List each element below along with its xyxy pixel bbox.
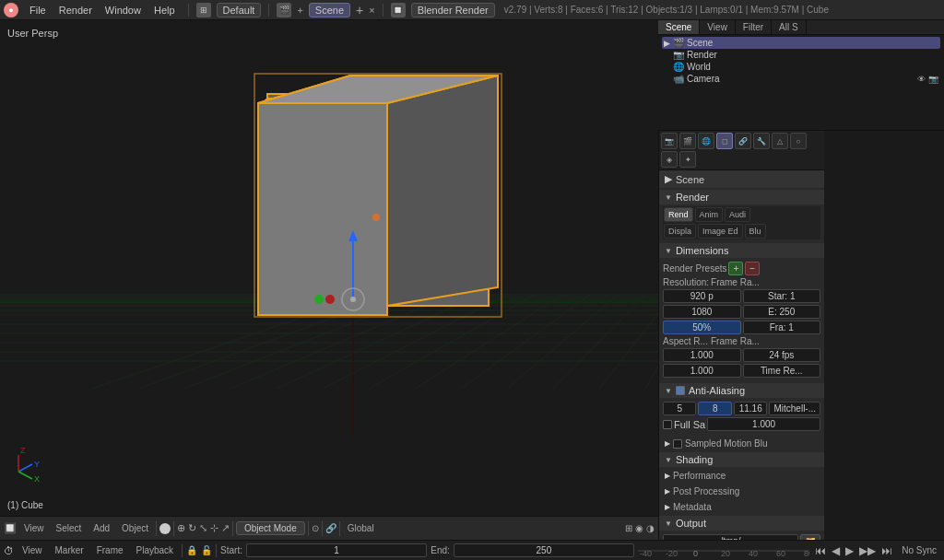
menu-window[interactable]: Window — [100, 3, 147, 18]
frame-end[interactable]: E: 250 — [743, 305, 821, 319]
menu-render[interactable]: Render — [53, 3, 98, 18]
view-menu-button[interactable]: View — [19, 522, 49, 534]
play-start-button[interactable]: ⏮ — [813, 543, 828, 558]
resolution-height[interactable]: 1080 — [663, 305, 741, 319]
move-icon[interactable]: ↗ — [221, 522, 230, 534]
prop-tab-material[interactable]: ○ — [790, 133, 807, 149]
preset-remove-button[interactable]: − — [745, 262, 760, 275]
tab-all[interactable]: All S — [772, 20, 807, 34]
shading-circle[interactable] — [159, 523, 171, 534]
fps-value[interactable]: 24 fps — [743, 348, 821, 362]
next-frame-button[interactable]: ▶▶ — [857, 543, 878, 558]
viewport-shading-icon[interactable]: ◑ — [646, 523, 655, 533]
render-tab-displa[interactable]: Displa — [664, 224, 696, 239]
prop-tab-world[interactable]: 🌐 — [698, 133, 714, 149]
render-tab-blu[interactable]: Blu — [745, 224, 766, 239]
pivot-icon[interactable]: ⊙ — [312, 523, 319, 533]
scene-label-icon: + — [297, 5, 302, 16]
render-section-header[interactable]: Render — [659, 190, 824, 204]
tree-item-render[interactable]: 📷 Render — [671, 49, 940, 61]
tab-scene[interactable]: Scene — [658, 20, 700, 34]
prop-tab-scene[interactable]: 🎬 — [679, 133, 696, 149]
object-mode-select[interactable]: Object Mode — [236, 521, 305, 535]
render-tab-audi[interactable]: Audi — [725, 207, 750, 222]
aa-val1[interactable]: 5 — [663, 402, 696, 415]
add-menu-button[interactable]: Add — [88, 522, 114, 534]
snap-icon[interactable]: 🔗 — [325, 523, 336, 533]
performance-header[interactable]: ▶ Performance — [659, 469, 824, 483]
camera-visibility-icon[interactable]: 👁 — [917, 75, 926, 84]
rotate-icon[interactable]: ↻ — [188, 522, 196, 534]
aa-section-header[interactable]: Anti-Aliasing — [659, 383, 824, 398]
timeline-view-btn[interactable]: View — [18, 544, 47, 556]
prop-tab-object[interactable]: ◻ — [716, 133, 733, 149]
tree-item-camera[interactable]: 📹 Camera 👁 📷 — [671, 73, 940, 85]
prop-tab-constraints[interactable]: 🔗 — [735, 133, 751, 149]
select-menu-button[interactable]: Select — [52, 522, 87, 534]
prev-frame-button[interactable]: ◀ — [830, 543, 842, 558]
fullsa-checkbox[interactable] — [663, 420, 672, 429]
render-tab-rend[interactable]: Rend — [664, 207, 693, 222]
aa-val3[interactable]: 11.16 — [734, 402, 767, 415]
render-engine-icon: 🔲 — [391, 3, 406, 18]
aspect-x[interactable]: 1.000 — [663, 348, 741, 362]
resolution-percent[interactable]: 50% — [663, 321, 741, 334]
resolution-width[interactable]: 920 p — [663, 289, 741, 303]
menu-help[interactable]: Help — [148, 3, 181, 18]
metadata-header[interactable]: ▶ Metadata — [659, 500, 824, 514]
viewport-overlay-icon[interactable]: ◉ — [635, 523, 643, 533]
tab-filter[interactable]: Filter — [736, 20, 772, 34]
transform-icon[interactable]: ⊕ — [177, 522, 185, 534]
prop-tab-texture[interactable]: ◈ — [661, 151, 678, 168]
screen-layout-label[interactable]: Default — [217, 3, 262, 18]
current-frame[interactable]: Fra: 1 — [743, 321, 821, 334]
aa-checkbox[interactable] — [676, 386, 685, 395]
post-header[interactable]: ▶ Post Processing — [659, 484, 824, 498]
object-menu-button[interactable]: Object — [117, 522, 153, 534]
end-value[interactable]: 250 — [454, 543, 634, 557]
tab-view[interactable]: View — [700, 20, 736, 34]
menu-file[interactable]: File — [24, 3, 52, 18]
scene-close-button[interactable]: × — [369, 5, 374, 16]
global-label[interactable]: Global — [343, 522, 379, 534]
play-button[interactable]: ▶ — [844, 543, 856, 558]
aa-val4[interactable]: Mitchell-... — [769, 402, 820, 415]
resolution-label: Resolution: — [663, 277, 709, 287]
render-tab-anim[interactable]: Anim — [695, 207, 724, 222]
scale-icon[interactable]: ⤡ — [199, 522, 207, 534]
preset-add-button[interactable]: + — [728, 262, 743, 275]
timeline-playback-btn[interactable]: Playback — [132, 544, 179, 556]
fullsa-value[interactable]: 1.000 — [707, 417, 820, 431]
output-browse-button[interactable]: 📁 — [800, 534, 820, 540]
scene-label[interactable]: Scene — [309, 3, 350, 18]
smb-checkbox[interactable] — [673, 439, 682, 449]
tree-item-scene[interactable]: ▶ 🎬 Scene — [662, 37, 940, 49]
viewport-tools-icon[interactable]: ⊞ — [625, 523, 632, 533]
viewport-3d[interactable]: User Persp — [0, 20, 658, 540]
aa-val2[interactable]: 8 — [698, 402, 731, 415]
frame-start[interactable]: Star: 1 — [743, 289, 821, 303]
prop-tab-data[interactable]: △ — [772, 133, 788, 149]
shading-header[interactable]: Shading — [659, 452, 824, 467]
output-path[interactable]: /tmp/ — [663, 534, 798, 540]
output-header[interactable]: Output — [659, 516, 824, 531]
cursor-icon[interactable]: ⊹ — [210, 522, 218, 534]
output-path-row: /tmp/ 📁 — [663, 534, 820, 540]
time-re[interactable]: Time Re... — [743, 364, 821, 378]
scene-add-button[interactable]: + — [356, 3, 363, 18]
camera-render-icon[interactable]: 📷 — [928, 75, 938, 84]
svg-line-43 — [18, 464, 32, 472]
tree-item-world[interactable]: 🌐 World — [671, 61, 940, 73]
dimensions-header[interactable]: Dimensions — [659, 243, 824, 258]
svg-line-20 — [415, 295, 562, 389]
timeline-marker-btn[interactable]: Marker — [51, 544, 88, 556]
render-tab-imageed[interactable]: Image Ed — [698, 224, 743, 239]
prop-tab-particles[interactable]: ✦ — [679, 151, 696, 168]
prop-tab-render[interactable]: 📷 — [661, 133, 678, 149]
start-value[interactable]: 1 — [246, 543, 427, 557]
aspect-y[interactable]: 1.000 — [663, 364, 741, 378]
prop-tab-modifiers[interactable]: 🔧 — [753, 133, 770, 149]
play-end-button[interactable]: ⏭ — [879, 543, 894, 558]
render-engine-label[interactable]: Blender Render — [411, 3, 495, 18]
timeline-frame-btn[interactable]: Frame — [92, 544, 128, 556]
